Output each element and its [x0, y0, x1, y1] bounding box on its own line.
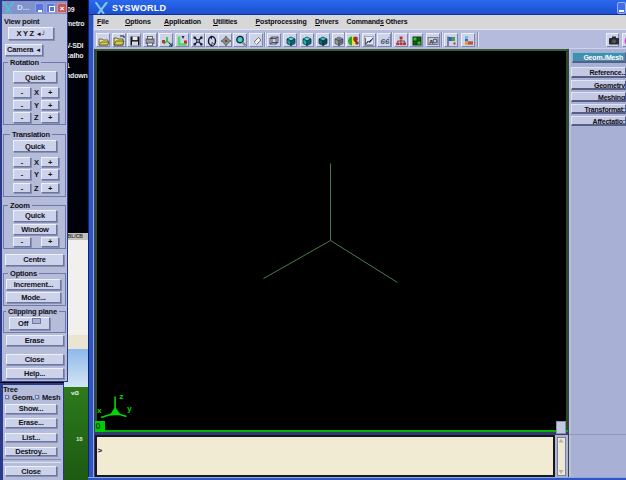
svg-text:66: 66 [380, 37, 389, 46]
svg-text:z: z [119, 392, 124, 401]
svg-text:y: y [127, 404, 132, 413]
svg-text:x: x [97, 406, 102, 415]
